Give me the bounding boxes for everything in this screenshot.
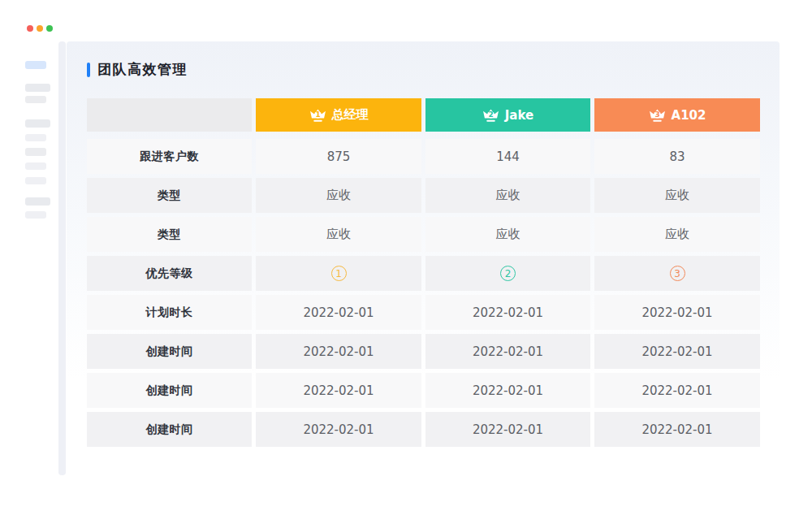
skeleton-bar: [25, 119, 50, 128]
skeleton-bar: [25, 134, 46, 141]
column-header-1[interactable]: 1总经理: [256, 98, 421, 132]
page-title: 团队高效管理: [87, 60, 188, 79]
table-corner-cell: [87, 98, 252, 132]
table-header-row: 1总经理2Jake3A102: [87, 98, 760, 132]
skeleton-bar: [25, 197, 50, 206]
priority-badge: 1: [331, 266, 347, 281]
sidebar-divider: [58, 41, 66, 475]
row-label: 计划时长: [87, 295, 252, 330]
column-header-label: Jake: [505, 108, 533, 123]
maximize-window-button[interactable]: [46, 25, 53, 32]
row-label: 优先等级: [87, 256, 252, 291]
value-cell: 2022-02-01: [425, 295, 590, 330]
value-cell: 应收: [256, 217, 421, 252]
value-cell: 2022-02-01: [256, 334, 421, 369]
rank-number: 1: [315, 110, 320, 119]
rank-number: 3: [654, 110, 659, 119]
sidebar-item-active[interactable]: [25, 61, 46, 69]
close-window-button[interactable]: [27, 25, 33, 32]
row-label: 创建时间: [87, 412, 252, 447]
value-cell: 2022-02-01: [594, 334, 760, 369]
table-body: 跟进客户数87514483类型应收应收应收类型应收应收应收优先等级123计划时长…: [87, 139, 760, 447]
table-row: 跟进客户数87514483: [87, 139, 760, 174]
row-label: 创建时间: [87, 373, 252, 408]
row-label: 跟进客户数: [87, 139, 252, 174]
rank-number: 2: [488, 110, 493, 119]
skeleton-bar: [25, 148, 46, 156]
app-window: 团队高效管理 1总经理2Jake3A102 跟进客户数87514483类型应收应…: [0, 0, 812, 511]
value-cell: 应收: [425, 178, 590, 213]
value-cell: 2022-02-01: [256, 295, 421, 330]
value-cell: 83: [594, 139, 760, 174]
row-label: 类型: [87, 217, 252, 252]
table-row: 类型应收应收应收: [87, 217, 760, 252]
value-cell: 2022-02-01: [425, 334, 590, 369]
column-header-label: 总经理: [332, 107, 369, 123]
value-cell: 2022-02-01: [256, 373, 421, 408]
table-row: 优先等级123: [87, 256, 760, 291]
value-cell: 2022-02-01: [594, 295, 760, 330]
window-controls: [27, 25, 53, 32]
table-row: 计划时长2022-02-012022-02-012022-02-01: [87, 295, 760, 330]
column-header-3[interactable]: 3A102: [594, 98, 760, 132]
priority-badge: 3: [670, 266, 685, 281]
row-label: 类型: [87, 178, 252, 213]
value-cell: 2022-02-01: [425, 373, 590, 408]
table-row: 创建时间2022-02-012022-02-012022-02-01: [87, 373, 760, 408]
column-header-label: A102: [672, 108, 706, 123]
minimize-window-button[interactable]: [37, 25, 43, 32]
table-row: 创建时间2022-02-012022-02-012022-02-01: [87, 334, 760, 369]
priority-badge: 2: [500, 266, 516, 281]
skeleton-bar: [25, 96, 46, 103]
value-cell: 2022-02-01: [594, 373, 760, 408]
crown-rank-icon: 2: [482, 108, 499, 123]
skeleton-bar: [25, 177, 46, 184]
value-cell: 875: [256, 139, 421, 174]
value-cell: 1: [256, 256, 421, 291]
table-row: 类型应收应收应收: [87, 178, 760, 213]
column-header-2[interactable]: 2Jake: [425, 98, 590, 132]
main-panel: 团队高效管理 1总经理2Jake3A102 跟进客户数87514483类型应收应…: [67, 41, 780, 475]
value-cell: 2022-02-01: [594, 412, 760, 447]
value-cell: 3: [594, 256, 760, 291]
skeleton-bar: [25, 211, 46, 219]
value-cell: 应收: [594, 178, 760, 213]
value-cell: 应收: [594, 217, 760, 252]
value-cell: 2022-02-01: [425, 412, 590, 447]
title-accent-bar: [87, 63, 90, 77]
skeleton-bar: [25, 162, 46, 170]
crown-rank-icon: 1: [309, 108, 326, 123]
value-cell: 2: [425, 256, 590, 291]
crown-rank-icon: 3: [649, 108, 666, 123]
page-title-text: 团队高效管理: [97, 60, 188, 79]
value-cell: 应收: [425, 217, 590, 252]
value-cell: 应收: [256, 178, 421, 213]
skeleton-bar: [25, 84, 50, 92]
table-row: 创建时间2022-02-012022-02-012022-02-01: [87, 412, 760, 447]
value-cell: 2022-02-01: [256, 412, 421, 447]
value-cell: 144: [425, 139, 590, 174]
row-label: 创建时间: [87, 334, 252, 369]
team-table: 1总经理2Jake3A102 跟进客户数87514483类型应收应收应收类型应收…: [87, 98, 760, 451]
